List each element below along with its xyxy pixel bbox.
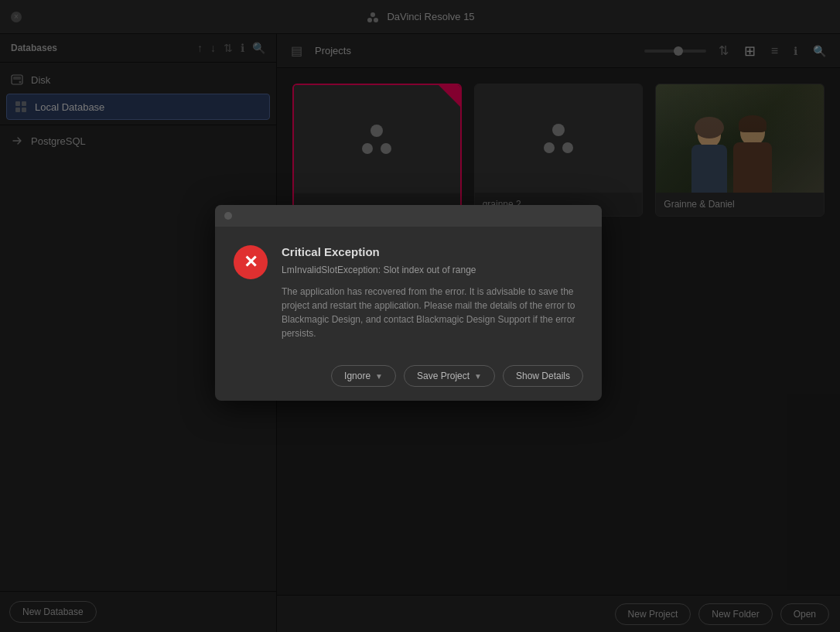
ignore-button[interactable]: Ignore ▼ xyxy=(331,365,396,387)
dialog-message: The application has recovered from the e… xyxy=(282,285,583,340)
error-icon: ✕ xyxy=(234,245,268,279)
ignore-chevron-icon: ▼ xyxy=(375,372,383,381)
dialog-header-bar xyxy=(215,205,602,227)
dialog-footer: Ignore ▼ Save Project ▼ Show Details xyxy=(215,356,602,401)
dialog-title: Critical Exception xyxy=(282,245,583,258)
show-details-button[interactable]: Show Details xyxy=(503,365,583,387)
save-project-chevron-icon: ▼ xyxy=(474,372,482,381)
dialog-content: Critical Exception LmInvalidSlotExceptio… xyxy=(282,245,583,340)
critical-exception-dialog: ✕ Critical Exception LmInvalidSlotExcept… xyxy=(215,205,602,401)
dialog-subtitle: LmInvalidSlotException: Slot index out o… xyxy=(282,265,583,275)
dialog-body: ✕ Critical Exception LmInvalidSlotExcept… xyxy=(215,227,602,356)
save-project-button[interactable]: Save Project ▼ xyxy=(404,365,495,387)
dialog-header-dot xyxy=(224,212,232,220)
error-x-mark: ✕ xyxy=(244,252,258,272)
